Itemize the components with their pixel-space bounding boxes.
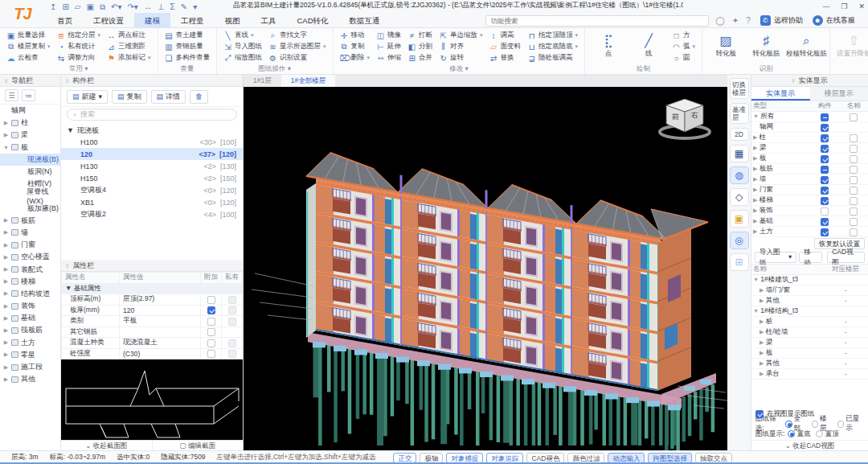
entity-row-柱[interactable]: ▶ 柱 xyxy=(751,133,868,143)
toggle-颜色过滤[interactable]: 颜色过滤 xyxy=(567,453,604,463)
nav-item-slab[interactable]: ▼板 xyxy=(0,142,60,154)
component-item-H100[interactable]: H100<30>[100] xyxy=(61,136,243,148)
cad-row-承台[interactable]: ▶ 承台- xyxy=(751,369,868,380)
mirror-button[interactable]: ◫镜像 xyxy=(375,30,403,41)
name-visible-checkbox[interactable] xyxy=(850,187,858,195)
import-project-icon[interactable]: ↥ xyxy=(50,2,56,13)
nav-item-foundation[interactable]: ▶基础 xyxy=(0,312,60,324)
focus-view-icon-button[interactable]: ◎ xyxy=(730,232,749,249)
prop-value[interactable]: 层顶(2.97) xyxy=(120,294,201,306)
attach-checkbox[interactable] xyxy=(207,339,215,347)
entity-row-板[interactable]: ▶ 板 xyxy=(751,154,868,164)
prop-value[interactable]: 120 xyxy=(120,305,201,316)
show-drawing-checkbox[interactable] xyxy=(755,410,764,418)
name-visible-checkbox[interactable] xyxy=(850,145,858,153)
cube-view-icon-button[interactable]: ◇ xyxy=(730,188,749,206)
close-button[interactable]: ✕ xyxy=(858,2,865,10)
move-button[interactable]: ✛移动 xyxy=(338,30,372,41)
toggle-对象追踪[interactable]: 对象追踪 xyxy=(486,453,523,463)
nav-item-hollow-floor[interactable]: ▶空心楼盖 xyxy=(0,251,60,263)
component-item-空调板4[interactable]: 空调板4<0>[120] xyxy=(61,184,243,196)
cad-row-梁[interactable]: ▶ 梁- xyxy=(751,338,868,348)
entity-row-梁[interactable]: ▶ 梁 xyxy=(751,143,868,154)
tab-首页[interactable]: 首页 xyxy=(47,13,83,28)
cad-row-1#楼建筑_t3[interactable]: ▼ 1#楼建筑_t3 xyxy=(751,275,868,285)
one-side-scale-button[interactable]: ⇱单边缩放▾ xyxy=(437,30,485,41)
nav-item-ridge-line[interactable]: 屋脊线(WX) xyxy=(0,190,60,202)
import-drawing-button[interactable]: ⇲导入图纸 xyxy=(222,41,264,52)
component-visible-checkbox[interactable] xyxy=(821,218,829,226)
switch-floor-button[interactable]: 切换楼层 xyxy=(730,78,749,99)
component-visible-checkbox[interactable] xyxy=(821,197,829,205)
two-point-dim-button[interactable]: ↔两点标注 xyxy=(105,30,153,41)
batch-select-button[interactable]: ▣批量选择 xyxy=(5,30,52,41)
tab-工程设置[interactable]: 工程设置 xyxy=(83,13,134,28)
redo-icon[interactable]: ↷▾ xyxy=(127,2,137,13)
private-stat-button[interactable]: ◔私有统计 xyxy=(55,41,103,52)
find-text-button[interactable]: ⌕查找文字 xyxy=(267,30,328,41)
minimize-button[interactable]: — xyxy=(822,2,829,10)
component-visible-checkbox[interactable] xyxy=(821,187,829,195)
new-file-icon[interactable]: ⊞ xyxy=(62,2,68,13)
toggle-CAD褪色[interactable]: CAD褪色 xyxy=(526,453,564,463)
nav-item-axis-grid[interactable]: 轴网 xyxy=(0,105,60,117)
query-multi-button[interactable]: ❏多构件查量 xyxy=(163,52,212,64)
collapse-cad-view-button[interactable]: ⌄ 收起CAD视图 xyxy=(751,440,868,450)
attach-checkbox[interactable] xyxy=(207,350,215,358)
show-layers-button[interactable]: ≋显示所选图层▾ xyxy=(267,41,328,52)
save-icon[interactable]: ▣ xyxy=(86,2,93,13)
maximize-button[interactable]: ❐ xyxy=(841,2,847,10)
nav-item-structure-ramp[interactable]: ▶结构坡道 xyxy=(0,288,60,300)
perpendicular-icon[interactable]: ⊥ xyxy=(158,2,165,13)
tab-数据互通[interactable]: 数据互通 xyxy=(339,13,391,28)
name-visible-checkbox[interactable] xyxy=(850,176,858,184)
component-item-120[interactable]: 120<37>[120] xyxy=(61,148,243,160)
new-component-button[interactable]: ▤新建▾ xyxy=(67,90,108,104)
rotate-button[interactable]: ↻旋转 xyxy=(437,52,485,64)
set-raised-slab-button[interactable]: ⇧设置升降板 xyxy=(835,30,868,64)
nav-item-decoration[interactable]: ▶装饰 xyxy=(0,300,60,312)
add-mark-button[interactable]: ⚑添加标记▾ xyxy=(105,52,153,64)
break-button[interactable]: ≠打断 xyxy=(406,30,434,41)
edit-section-button[interactable]: ▢ 编辑截面 xyxy=(153,441,244,450)
toggle-动态输入[interactable]: 动态输入 xyxy=(608,453,645,463)
datum-floor-button[interactable]: 基准层 xyxy=(730,103,749,124)
name-visible-checkbox[interactable] xyxy=(850,134,858,142)
name-visible-checkbox[interactable] xyxy=(850,207,858,216)
function-search-input[interactable] xyxy=(485,15,709,27)
draw-rect-button[interactable]: □方 xyxy=(670,30,697,41)
measure-3d-button[interactable]: ⊿三维测距 xyxy=(105,41,153,52)
entity-row-装饰[interactable]: ▶ 装饰 xyxy=(751,206,868,216)
prop-value[interactable]: 平板 xyxy=(120,316,201,327)
building-view-icon-button[interactable]: ▦ xyxy=(730,145,749,162)
nav-item-slab-hole[interactable]: 板洞(N) xyxy=(0,166,60,178)
entity-row-土方[interactable]: ▶ 土方 xyxy=(751,227,868,237)
nav-tree-view-icon[interactable]: ≔ xyxy=(22,89,35,101)
component-item-XB1[interactable]: XB1<0>[120] xyxy=(61,196,243,208)
draw-circle-button[interactable]: ○圆 xyxy=(670,52,697,64)
prop-value[interactable]: 现浇混凝土 xyxy=(120,338,201,349)
check-convert-rebar-button[interactable]: ⌕校核转化板筋 xyxy=(788,30,825,64)
entity-tab-实体显示[interactable]: 实体显示 xyxy=(751,87,810,101)
component-visible-checkbox[interactable] xyxy=(821,155,829,163)
entity-row-门窗[interactable]: ▶ 门窗 xyxy=(751,185,868,195)
tab-建模[interactable]: 建模 xyxy=(134,13,170,28)
measure-icon[interactable]: ↔ xyxy=(144,2,152,13)
nav-item-earthwork[interactable]: ▶土方 xyxy=(0,337,60,349)
cad-row-1#楼结构_t3[interactable]: ▼ 1#楼结构_t3 xyxy=(751,306,868,317)
align-button[interactable]: ⫼对齐 xyxy=(437,41,485,52)
nav-item-cast-in-slab[interactable]: 现浇板(B) xyxy=(0,154,60,166)
draw-line-button[interactable]: ╱线 xyxy=(630,35,667,59)
toggle-抽取交点[interactable]: 抽取交点 xyxy=(695,453,732,463)
cad-row-其他[interactable]: ▶ 其他- xyxy=(751,296,868,306)
entity-row-所有[interactable]: ▼ 所有 xyxy=(751,112,868,122)
face-material-button[interactable]: ▱面变料 xyxy=(488,41,523,52)
name-visible-checkbox[interactable] xyxy=(850,166,858,174)
nav-item-construction-section[interactable]: ▶施工段 xyxy=(0,361,60,373)
nav-item-slab-rebar[interactable]: ▶板筋 xyxy=(0,215,60,227)
toggle-极轴[interactable]: 极轴 xyxy=(420,453,443,463)
component-item-空调板2[interactable]: 空调板2<4>[100] xyxy=(61,208,243,220)
component-visible-checkbox[interactable] xyxy=(821,228,829,236)
tab-CAD转化[interactable]: CAD转化 xyxy=(287,13,339,28)
nav-item-beam[interactable]: ▶梁 xyxy=(0,129,60,141)
